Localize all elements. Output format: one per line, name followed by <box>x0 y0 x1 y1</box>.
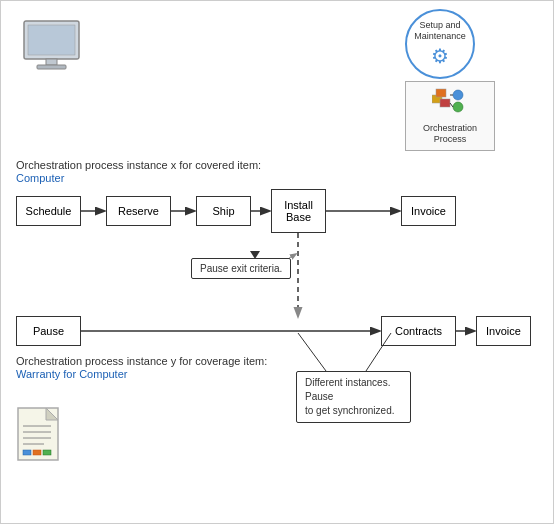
invoice1-label: Invoice <box>411 205 446 217</box>
callout-pause-text: Pause exit criteria. <box>200 263 282 274</box>
orchestration-process-label: Orchestration Process <box>423 123 477 145</box>
box-pause: Pause <box>16 316 81 346</box>
svg-rect-2 <box>440 99 450 107</box>
setup-maintenance-icon: Setup and Maintenance ⚙ <box>405 9 475 79</box>
ship-label: Ship <box>212 205 234 217</box>
box-contracts: Contracts <box>381 316 456 346</box>
reserve-label: Reserve <box>118 205 159 217</box>
box-reserve: Reserve <box>106 196 171 226</box>
box-invoice1: Invoice <box>401 196 456 226</box>
desc2-line1: Orchestration process instance y for cov… <box>16 355 267 367</box>
box-schedule: Schedule <box>16 196 81 226</box>
svg-line-6 <box>450 103 453 107</box>
svg-point-4 <box>453 102 463 112</box>
svg-point-3 <box>453 90 463 100</box>
setup-maintenance-label: Setup and Maintenance <box>414 20 466 42</box>
svg-rect-10 <box>37 65 66 69</box>
contracts-label: Contracts <box>395 325 442 337</box>
callout-diff-text: Different instances. Pause to get synchr… <box>305 377 395 416</box>
svg-rect-29 <box>33 450 41 455</box>
box-invoice2: Invoice <box>476 316 531 346</box>
schedule-label: Schedule <box>26 205 72 217</box>
callout-pause: Pause exit criteria. <box>191 258 291 279</box>
invoice2-label: Invoice <box>486 325 521 337</box>
desc-text-1: Orchestration process instance x for cov… <box>16 159 261 184</box>
svg-rect-9 <box>46 59 57 65</box>
orchestration-process-icon: Orchestration Process <box>405 81 495 151</box>
pause-label: Pause <box>33 325 64 337</box>
document-icon <box>16 406 66 466</box>
svg-rect-28 <box>23 450 31 455</box>
desc1-covered-item: Computer <box>16 172 261 184</box>
svg-rect-8 <box>28 25 75 55</box>
callout-diff: Different instances. Pause to get synchr… <box>296 371 411 423</box>
svg-line-19 <box>298 333 326 371</box>
box-ship: Ship <box>196 196 251 226</box>
desc-text-2: Orchestration process instance y for cov… <box>16 355 267 380</box>
box-install: Install Base <box>271 189 326 233</box>
install-label: Install Base <box>284 199 313 223</box>
orchestration-icon <box>432 87 468 121</box>
svg-rect-1 <box>436 89 446 97</box>
svg-rect-30 <box>43 450 51 455</box>
computer-icon <box>19 19 89 79</box>
desc2-coverage-item: Warranty for Computer <box>16 368 267 380</box>
desc1-line1: Orchestration process instance x for cov… <box>16 159 261 171</box>
diagram-container: Setup and Maintenance ⚙ Orchestration Pr… <box>1 1 554 524</box>
gear-icon: ⚙ <box>431 44 449 68</box>
